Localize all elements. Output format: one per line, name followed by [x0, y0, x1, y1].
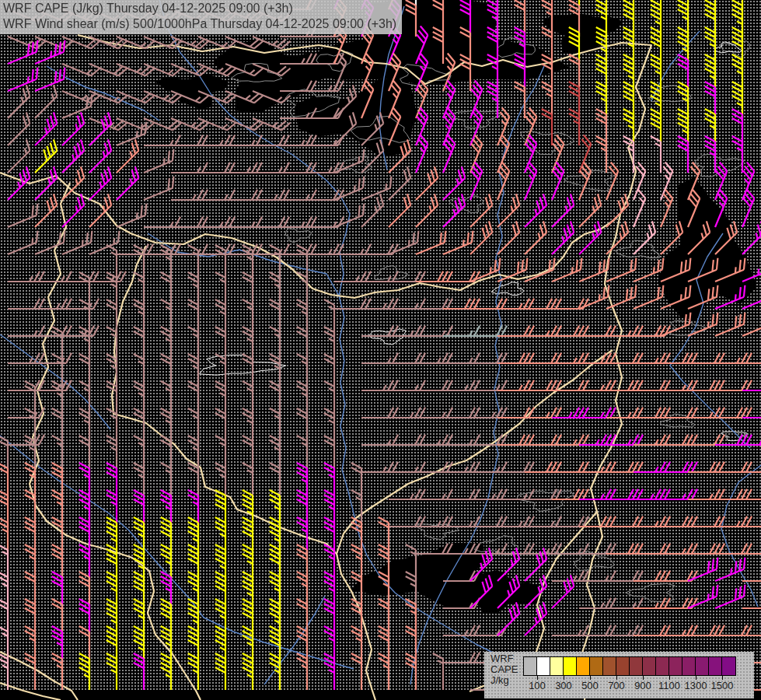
legend-swatch	[643, 657, 656, 675]
legend-label-cape: CAPE	[490, 664, 518, 675]
legend-swatch	[722, 657, 735, 675]
legend-swatch	[669, 657, 682, 675]
legend-swatch	[524, 657, 537, 675]
legend-label-block: WRF CAPE J/kg	[490, 653, 518, 686]
legend-swatch	[603, 657, 616, 675]
weather-map-canvas	[0, 0, 761, 700]
legend-swatch	[550, 657, 564, 675]
legend-swatch	[656, 657, 669, 675]
map-viewport: WRF CAPE (J/kg) Thursday 04-12-2025 09:0…	[0, 0, 761, 700]
legend-label-wrf: WRF	[490, 653, 518, 664]
legend-swatch	[696, 657, 709, 675]
legend-swatch	[682, 657, 696, 675]
cape-legend: WRF CAPE J/kg 10030050070090011001300150…	[484, 652, 754, 698]
title-cape-line: WRF CAPE (J/kg) Thursday 04-12-2025 09:0…	[3, 1, 396, 16]
legend-swatch	[564, 657, 577, 675]
legend-tick-label: 1500	[705, 680, 739, 691]
legend-swatch	[577, 657, 590, 675]
title-windshear-line: WRF Wind shear (m/s) 500/1000hPa Thursda…	[3, 16, 396, 32]
legend-swatch	[590, 657, 603, 675]
legend-color-bar	[523, 656, 736, 676]
legend-swatch	[630, 657, 643, 675]
map-title-overlay: WRF CAPE (J/kg) Thursday 04-12-2025 09:0…	[0, 0, 402, 34]
legend-swatch	[537, 657, 550, 675]
legend-label-unit: J/kg	[490, 675, 518, 686]
legend-swatch	[616, 657, 630, 675]
legend-swatch	[709, 657, 722, 675]
